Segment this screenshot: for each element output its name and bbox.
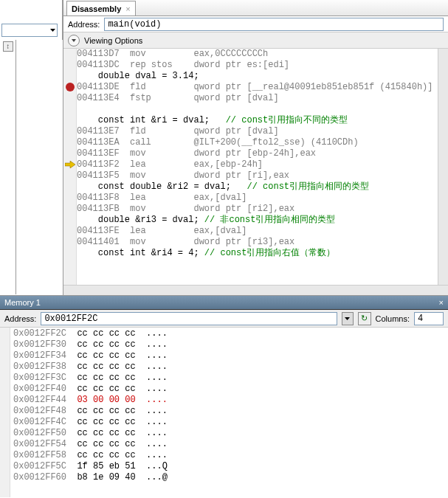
tab-disassembly[interactable]: Disassembly × [66, 1, 136, 15]
address-label: Address: [4, 314, 36, 323]
memory-body[interactable]: 0x0012FF2C cc cc cc cc .... 0x0012FF30 c… [0, 328, 448, 497]
chevron-down-icon [50, 29, 55, 32]
disassembly-panel: Disassembly × Address: Viewing Options 0… [63, 0, 448, 295]
vertical-scrollbar[interactable] [438, 49, 448, 292]
collapse-button[interactable] [68, 35, 80, 46]
code-lines: 004113D7 mov eax,0CCCCCCCCh 004113DC rep… [77, 49, 438, 259]
close-icon[interactable]: × [439, 298, 444, 307]
viewing-options-label: Viewing Options [84, 36, 142, 45]
chevron-down-icon [345, 317, 350, 320]
dropdown-unknown[interactable] [1, 24, 58, 37]
close-icon[interactable]: × [125, 4, 130, 13]
memory-panel: Memory 1 × Address: ↻ Columns: 0x0012FF2… [0, 295, 448, 498]
address-bar: Address: [63, 16, 448, 32]
chevron-down-icon [72, 39, 76, 42]
viewing-options-bar[interactable]: Viewing Options [63, 32, 448, 49]
memory-lines: 0x0012FF2C cc cc cc cc .... 0x0012FF30 c… [13, 328, 168, 483]
tab-label: Disassembly [72, 4, 121, 13]
address-label: Address: [68, 20, 100, 29]
columns-input[interactable] [414, 312, 444, 325]
tab-strip: Disassembly × [63, 0, 448, 16]
address-input[interactable] [104, 18, 444, 31]
refresh-icon: ↻ [361, 314, 368, 323]
refresh-button[interactable]: ↻ [358, 312, 371, 325]
columns-label: Columns: [376, 314, 410, 323]
code-gutter [63, 49, 77, 292]
memory-gutter [0, 328, 10, 497]
breakpoint-icon[interactable] [66, 83, 75, 91]
current-line-arrow-icon [65, 161, 75, 168]
expand-button[interactable]: ↕ [3, 41, 13, 52]
memory-toolbar: Address: ↻ Columns: [0, 310, 448, 328]
memory-address-input[interactable] [41, 312, 337, 325]
panel-title: Memory 1 [4, 298, 41, 307]
horizontal-scrollbar[interactable] [63, 285, 448, 295]
left-gutter [0, 40, 16, 294]
memory-title-bar[interactable]: Memory 1 × [0, 295, 448, 310]
code-area[interactable]: 004113D7 mov eax,0CCCCCCCCh 004113DC rep… [63, 49, 448, 292]
left-panel-sliver [0, 0, 63, 40]
dropdown-button[interactable] [342, 312, 354, 325]
